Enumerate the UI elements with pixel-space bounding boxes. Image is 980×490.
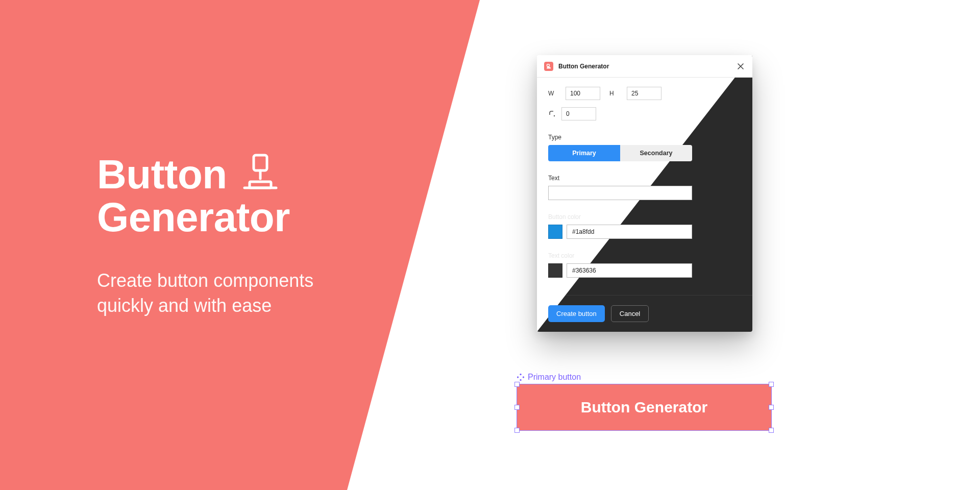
panel-header: Button Generator	[537, 55, 752, 78]
selection-handle-mid-right[interactable]	[769, 405, 774, 410]
selection-handle-bottom-right[interactable]	[769, 428, 774, 433]
create-button[interactable]: Create button	[548, 305, 605, 322]
cancel-button[interactable]: Cancel	[611, 305, 649, 322]
text-color-input[interactable]	[567, 263, 692, 278]
button-color-label: Button color	[548, 213, 741, 220]
type-label: Type	[548, 134, 741, 141]
corner-radius-icon	[548, 110, 556, 118]
panel-title: Button Generator	[558, 63, 609, 70]
hero-subtitle-line1: Create button components	[97, 268, 313, 293]
hero-section: Button Generator Create button component…	[97, 153, 313, 318]
svg-rect-0	[254, 155, 267, 170]
svg-rect-7	[548, 67, 550, 68]
selection-handle-bottom-left[interactable]	[514, 428, 520, 433]
plugin-app-icon	[544, 62, 553, 71]
width-label: W	[548, 90, 556, 97]
text-color-swatch[interactable]	[548, 263, 562, 278]
selection-handle-top-left[interactable]	[514, 382, 520, 387]
text-input[interactable]	[548, 186, 692, 200]
svg-rect-11	[520, 374, 522, 376]
selection-handle-top-right[interactable]	[769, 382, 774, 387]
svg-rect-12	[520, 379, 522, 381]
svg-rect-13	[517, 376, 519, 378]
text-label: Text	[548, 175, 741, 182]
svg-point-10	[554, 115, 555, 116]
text-color-label: Text color	[548, 252, 741, 259]
button-color-swatch[interactable]	[548, 225, 562, 239]
type-option-secondary[interactable]: Secondary	[620, 145, 692, 161]
button-press-icon	[241, 153, 279, 196]
component-icon	[517, 373, 525, 381]
height-input[interactable]	[627, 87, 662, 100]
selection-label: Primary button	[528, 373, 581, 382]
panel-footer: Create button Cancel	[537, 295, 752, 332]
hero-title-line2: Generator	[97, 196, 313, 239]
type-segmented-control: Primary Secondary	[548, 145, 692, 161]
width-input[interactable]	[566, 87, 600, 100]
generated-button-text: Button Generator	[581, 399, 707, 416]
height-label: H	[609, 90, 618, 97]
radius-input[interactable]	[561, 107, 596, 120]
type-option-primary[interactable]: Primary	[548, 145, 620, 161]
selection-handle-mid-left[interactable]	[514, 405, 520, 410]
button-color-input[interactable]	[567, 225, 692, 239]
generated-button-preview[interactable]: Button Generator	[517, 384, 772, 431]
svg-rect-14	[522, 376, 524, 378]
svg-rect-4	[547, 64, 550, 66]
canvas-selection: Primary button Button Generator	[517, 373, 773, 431]
plugin-panel: Button Generator W H	[537, 55, 752, 332]
hero-subtitle-line2: quickly and with ease	[97, 293, 313, 318]
close-icon[interactable]	[736, 62, 745, 71]
hero-title-line1: Button	[97, 153, 227, 196]
